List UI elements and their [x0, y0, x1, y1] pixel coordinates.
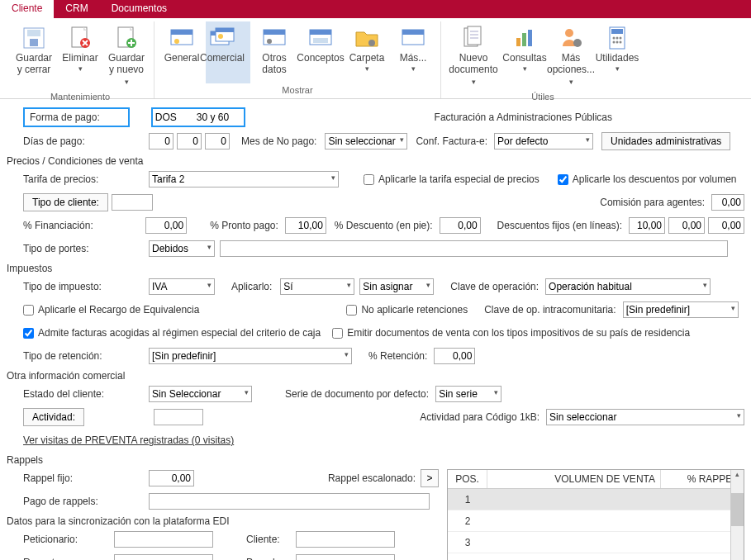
group-cap-mostrar: Mostrar: [282, 85, 312, 95]
svg-point-37: [616, 41, 619, 44]
svg-rect-28: [528, 30, 532, 46]
consultas-button[interactable]: Consultas▾: [502, 21, 547, 90]
clave-op-select[interactable]: Operación habitual: [545, 278, 711, 295]
table-row[interactable]: 2: [448, 510, 744, 532]
visitas-link[interactable]: Ver visitas de PREVENTA registradas (0 v…: [23, 434, 234, 446]
chk-reg-caja[interactable]: Admite facturas acogidas al régimen espe…: [23, 327, 321, 339]
page-add-icon: [113, 25, 140, 51]
serie-doc-select[interactable]: Sin serie: [435, 386, 501, 402]
docs-icon: [460, 25, 487, 51]
utilidades-button[interactable]: Utilidades▾: [595, 21, 639, 90]
scrollbar[interactable]: ▴: [730, 470, 744, 560]
mes-no-pago-select[interactable]: Sin seleccionar: [325, 133, 407, 149]
serie-doc-label: Serie de documento por defecto:: [285, 388, 429, 400]
actividad-input[interactable]: [154, 409, 203, 425]
aplicarlo-label: Aplicarlo:: [231, 281, 272, 292]
edi-rec-input[interactable]: [114, 554, 213, 560]
svg-point-34: [616, 37, 619, 40]
pago-rappels-label: Pago de rappels:: [23, 496, 149, 507]
edi-cli-input[interactable]: [296, 531, 395, 548]
clave-intra-label: Clave de op. intracomunitaria:: [484, 304, 616, 316]
dias-pago-2[interactable]: [177, 133, 202, 149]
tipo-ret-select[interactable]: [Sin predefinir]: [149, 348, 352, 364]
forma-pago-code[interactable]: [153, 109, 194, 126]
tab-crm[interactable]: CRM: [54, 0, 99, 18]
user-gear-icon: [558, 25, 584, 51]
unidades-admin-button[interactable]: Unidades administrativas: [601, 132, 730, 150]
group-cap-mantenimiento: Mantenimiento: [50, 92, 110, 102]
chk-no-ret[interactable]: No aplicarle retenciones: [346, 304, 468, 316]
edi-pag-label: Pagador:: [246, 557, 296, 560]
forma-pago-desc[interactable]: [194, 109, 244, 126]
desc-fijos-2[interactable]: [668, 217, 705, 234]
pct-ret-input[interactable]: [434, 348, 475, 364]
comision-input[interactable]: [711, 194, 744, 211]
chk-emitir[interactable]: Emitir documentos de venta con los tipos…: [332, 327, 690, 339]
aplicarlo-select[interactable]: Sí: [280, 278, 354, 295]
svg-point-38: [620, 41, 622, 44]
desc-fijos-1[interactable]: [629, 217, 665, 234]
card-icon: [169, 25, 195, 51]
pago-rappels-input[interactable]: [149, 493, 430, 510]
general-button[interactable]: General: [159, 21, 204, 83]
rappel-fijo-input[interactable]: [149, 470, 194, 486]
table-row[interactable]: 1: [448, 489, 744, 510]
act-1kb-select[interactable]: Sin seleccionar: [546, 409, 744, 425]
tarifa-select[interactable]: Tarifa 2: [149, 171, 339, 187]
conf-fe-label: Conf. Factura-e:: [416, 135, 487, 147]
tipo-portes-label: Tipo de portes:: [23, 243, 149, 254]
conf-fe-select[interactable]: Por defecto: [494, 133, 593, 149]
pct-fin-input[interactable]: [145, 217, 187, 234]
card2-icon: [209, 25, 235, 51]
pct-desc-input[interactable]: [440, 217, 481, 234]
pct-pp-input[interactable]: [285, 217, 326, 234]
tipo-cliente-button[interactable]: Tipo de cliente:: [23, 193, 108, 211]
rappel-fijo-label: Rappel fijo:: [23, 472, 149, 484]
rappel-table[interactable]: POS. VOLUMEN DE VENTA % RAPPEL 1 2 3 ▴: [447, 469, 744, 560]
delete-button[interactable]: Eliminar▾: [58, 21, 102, 90]
tipo-portes-text[interactable]: [220, 240, 728, 257]
comercial-button[interactable]: Comercial: [206, 21, 250, 83]
otros-datos-button[interactable]: Otrosdatos: [252, 21, 297, 83]
chk-tarifa-especial[interactable]: Aplicarle la tarifa especial de precios: [364, 173, 539, 185]
svg-rect-16: [264, 30, 285, 35]
mas-opciones-button[interactable]: Másopciones... ▾: [549, 21, 593, 90]
chk-recargo[interactable]: Aplicarle el Recargo de Equivalencia: [23, 304, 199, 316]
nuevo-doc-button[interactable]: Nuevodocumento ▾: [446, 21, 501, 90]
actividad-button[interactable]: Actividad:: [23, 408, 84, 426]
group-cap-utiles: Útiles: [531, 92, 554, 102]
save-new-button[interactable]: Guardary nuevo ▾: [104, 21, 149, 90]
tipo-portes-select[interactable]: Debidos: [149, 240, 215, 257]
forma-pago-label: Forma de pago:: [23, 107, 130, 127]
tab-documentos[interactable]: Documentos: [100, 0, 178, 18]
svg-point-33: [613, 37, 616, 40]
dias-pago-1[interactable]: [149, 133, 173, 149]
save-close-button[interactable]: Guardary cerrar: [12, 21, 56, 90]
chart-icon: [511, 25, 538, 51]
pct-desc-label: % Descuento (en pie):: [335, 220, 433, 231]
card3-icon: [261, 25, 288, 51]
desc-fijos-3[interactable]: [708, 217, 744, 234]
table-row[interactable]: 3: [448, 532, 744, 553]
estado-select[interactable]: Sin Seleccionar: [149, 386, 252, 402]
tipo-cliente-input[interactable]: [112, 194, 153, 211]
section-impuestos: Impuestos: [7, 263, 744, 274]
svg-rect-8: [171, 30, 193, 35]
save-icon: [21, 25, 47, 51]
aplicarlo-select2[interactable]: Sin asignar: [359, 278, 434, 295]
chk-desc-volumen[interactable]: Aplicarle los descuentos por volumen: [558, 173, 737, 185]
mas-button[interactable]: Más...▾: [391, 21, 435, 83]
clave-intra-select[interactable]: [Sin predefinir]: [623, 301, 739, 318]
rappel-esc-button[interactable]: >: [421, 469, 439, 487]
pct-fin-label: % Financiación:: [23, 220, 145, 231]
tab-cliente[interactable]: Cliente: [0, 0, 54, 18]
edi-pag-input[interactable]: [296, 554, 395, 560]
ribbon: Guardary cerrar Eliminar▾ Guardary nuevo…: [0, 18, 751, 99]
edi-pet-input[interactable]: [114, 531, 213, 548]
clave-op-label: Clave de operación:: [450, 281, 539, 292]
dias-pago-3[interactable]: [205, 133, 230, 149]
conceptos-button[interactable]: Conceptos: [298, 21, 343, 83]
svg-rect-26: [516, 38, 520, 46]
carpeta-button[interactable]: Carpeta▾: [345, 21, 389, 83]
tipo-imp-select[interactable]: IVA: [149, 278, 215, 295]
